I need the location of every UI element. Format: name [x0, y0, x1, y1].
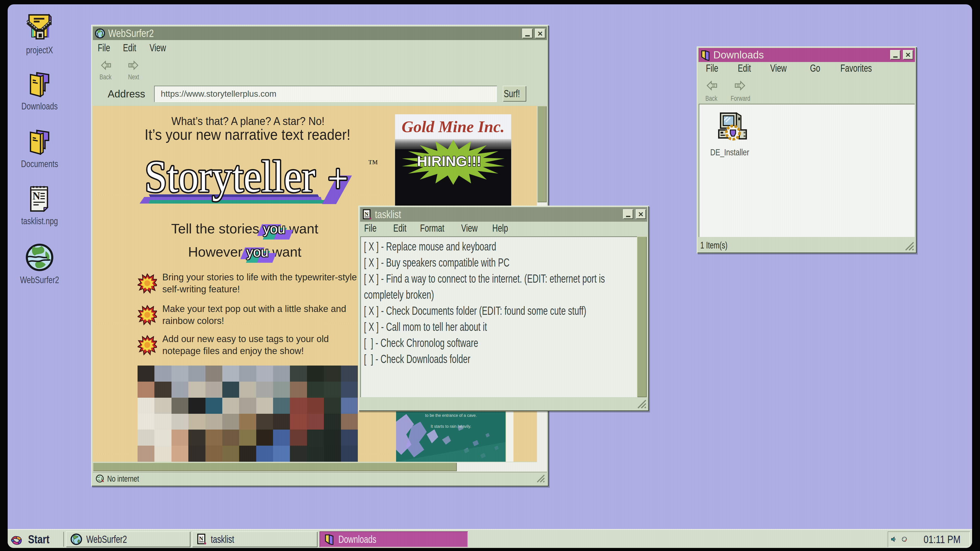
- svg-text:N: N: [33, 190, 40, 202]
- svg-text:It starts to rain heavily.: It starts to rain heavily.: [431, 424, 471, 429]
- svg-text:to be the entrance of a cave.: to be the entrance of a cave.: [425, 413, 477, 418]
- svg-text:N: N: [199, 535, 203, 542]
- svg-text:Storyteller: Storyteller: [145, 156, 315, 201]
- svg-text:HIRING!!!: HIRING!!!: [417, 153, 481, 169]
- svg-text:+: +: [328, 156, 348, 201]
- svg-text:™: ™: [368, 158, 378, 169]
- svg-text:N: N: [365, 211, 369, 217]
